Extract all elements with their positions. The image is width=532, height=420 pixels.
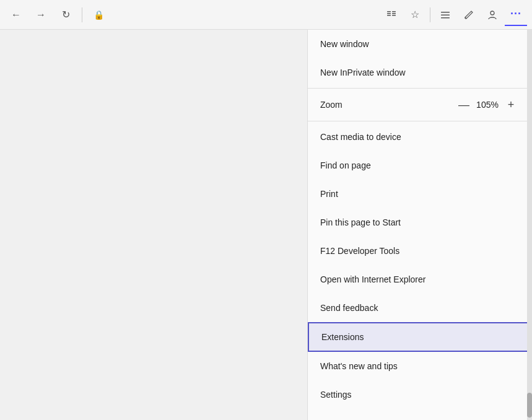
favorites-button[interactable]: ☆ — [404, 4, 426, 26]
zoom-value: 105% — [473, 100, 502, 110]
menu-item-print[interactable]: Print — [308, 180, 532, 208]
menu-item-f12-dev-tools[interactable]: F12 Developer Tools — [308, 237, 532, 265]
new-inprivate-label: New InPrivate window — [320, 68, 406, 77]
more-button[interactable]: ··· — [505, 4, 527, 26]
menu-separator-1 — [308, 88, 532, 89]
zoom-label: Zoom — [320, 100, 455, 110]
f12-dev-tools-label: F12 Developer Tools — [320, 246, 399, 256]
menu-item-new-inprivate[interactable]: New InPrivate window — [308, 58, 532, 87]
lock-icon: 🔒 — [87, 4, 110, 26]
new-window-label: New window — [320, 39, 369, 49]
browser-toolbar: ← → ↻ 🔒 ☆ ··· — [0, 0, 532, 30]
reading-view-button[interactable] — [380, 4, 403, 26]
whats-new-label: What's new and tips — [320, 361, 398, 371]
find-on-page-label: Find on page — [320, 160, 371, 170]
menu-item-find-on-page[interactable]: Find on page — [308, 151, 532, 180]
svg-point-11 — [491, 11, 494, 15]
menu-item-settings[interactable]: Settings — [308, 380, 532, 409]
extensions-label: Extensions — [321, 332, 364, 342]
print-label: Print — [320, 189, 338, 199]
menu-item-whats-new[interactable]: What's new and tips — [308, 352, 532, 380]
svg-rect-7 — [441, 14, 450, 15]
page-content — [0, 30, 307, 420]
back-button[interactable]: ← — [5, 4, 27, 26]
send-feedback-label: Send feedback — [320, 303, 378, 313]
menu-item-send-feedback[interactable]: Send feedback — [308, 294, 532, 322]
svg-rect-4 — [392, 13, 396, 14]
svg-rect-1 — [387, 13, 391, 14]
zoom-plus-button[interactable]: + — [502, 96, 520, 113]
menu-item-open-ie[interactable]: Open with Internet Explorer — [308, 265, 532, 294]
cast-media-label: Cast media to device — [320, 132, 401, 142]
forward-button[interactable]: → — [30, 4, 52, 26]
svg-rect-0 — [387, 11, 391, 12]
pin-to-start-label: Pin this page to Start — [320, 217, 401, 227]
settings-label: Settings — [320, 390, 352, 400]
scrollbar-track — [527, 30, 532, 420]
scrollbar-thumb[interactable] — [527, 393, 532, 418]
zoom-minus-button[interactable]: — — [455, 96, 473, 113]
svg-rect-6 — [441, 12, 450, 13]
toolbar-separator-1 — [82, 7, 82, 22]
profile-button[interactable] — [481, 4, 504, 26]
open-ie-label: Open with Internet Explorer — [320, 274, 425, 284]
toolbar-separator-2 — [430, 7, 430, 22]
svg-rect-5 — [392, 15, 396, 16]
svg-rect-8 — [441, 17, 450, 19]
svg-rect-2 — [387, 15, 391, 16]
refresh-button[interactable]: ↻ — [55, 4, 77, 26]
annotate-button[interactable] — [458, 4, 480, 26]
hub-button[interactable] — [434, 4, 456, 26]
main-area: New window New InPrivate window Zoom — 1… — [0, 30, 532, 420]
svg-rect-3 — [392, 11, 396, 12]
dropdown-menu: New window New InPrivate window Zoom — 1… — [307, 30, 532, 420]
menu-item-cast-media[interactable]: Cast media to device — [308, 123, 532, 151]
toolbar-right-group: ☆ ··· — [380, 4, 527, 26]
menu-item-pin-to-start[interactable]: Pin this page to Start — [308, 208, 532, 237]
menu-item-new-window[interactable]: New window — [308, 30, 532, 58]
menu-item-extensions[interactable]: Extensions — [308, 322, 532, 352]
menu-separator-2 — [308, 121, 532, 121]
zoom-row: Zoom — 105% + — [308, 90, 532, 120]
